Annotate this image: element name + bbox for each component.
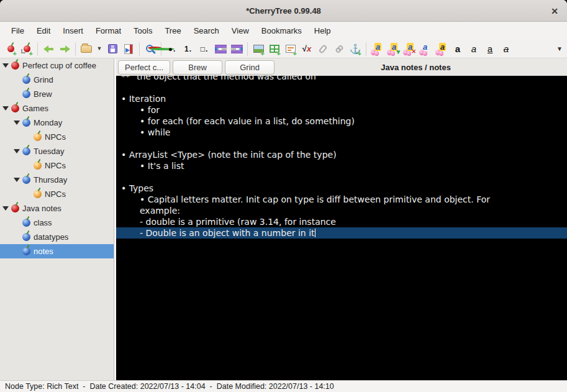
format-letter-icon: a — [423, 43, 427, 51]
bold-button[interactable]: a — [450, 41, 466, 57]
underline-button[interactable]: a — [482, 41, 498, 57]
menubar: File Edit Insert Format Tools Tree Searc… — [0, 22, 567, 40]
tree-node-games[interactable]: Games — [0, 101, 114, 116]
expander-icon[interactable] — [2, 63, 9, 68]
attach-file-button[interactable] — [315, 41, 331, 57]
expander-spacer — [14, 78, 20, 82]
expander-spacer — [14, 235, 20, 239]
tree-node-monday[interactable]: Monday — [0, 116, 114, 130]
insert-codebox-button[interactable]: + — [283, 41, 299, 57]
cherry-blue-icon — [22, 76, 30, 84]
menu-insert[interactable]: Insert — [57, 24, 89, 38]
editor-line-current[interactable]: - Double is an object with a number in i… — [116, 227, 567, 239]
foreground-color-button[interactable]: a — [417, 41, 433, 57]
close-icon[interactable]: ✕ — [548, 4, 561, 18]
bulleted-list-button[interactable]: ●. — [164, 41, 180, 57]
expander-icon[interactable] — [14, 178, 20, 182]
editor-line[interactable]: • for each (for each value in a list, do… — [116, 116, 567, 127]
menu-view[interactable]: View — [225, 24, 255, 38]
cherry-red-icon — [11, 204, 19, 212]
tree-node-tuesday[interactable]: Tuesday — [0, 144, 114, 158]
go-forward-button[interactable] — [57, 41, 73, 57]
tree-node-datatypes[interactable]: datatypes — [0, 230, 114, 244]
tree-node-thursday[interactable]: Thursday — [0, 173, 114, 187]
tree-node-notes-selected[interactable]: notes — [0, 244, 114, 258]
strikethrough-icon: a — [504, 43, 509, 54]
apply-latest-format-button[interactable]: a — [369, 41, 385, 57]
plus-icon: + — [358, 51, 361, 57]
todo-list-button[interactable]: □. — [196, 41, 212, 57]
rich-text-editor[interactable]: ** "the object that the method was calle… — [116, 76, 567, 380]
menu-tree[interactable]: Tree — [158, 24, 187, 38]
editor-line[interactable]: - double is a primitive (raw 3.14, for i… — [116, 216, 567, 227]
strikethrough-button[interactable]: a — [498, 41, 514, 57]
format-text-button[interactable]: a▾ — [385, 41, 401, 57]
go-back-button[interactable] — [40, 41, 57, 57]
menu-bookmarks[interactable]: Bookmarks — [255, 24, 308, 38]
expander-spacer — [25, 192, 32, 196]
italic-button[interactable]: a — [466, 41, 482, 57]
node-button-grind[interactable]: Grind — [225, 60, 274, 75]
editor-line[interactable]: example: — [116, 205, 567, 216]
expander-icon[interactable] — [14, 149, 20, 153]
editor-line[interactable]: • while — [116, 127, 567, 138]
background-color-button[interactable]: a — [433, 41, 450, 57]
new-subnode-button[interactable]: + — [19, 41, 35, 57]
recent-docs-dropdown[interactable]: ▼ — [94, 41, 104, 57]
bookmark-button-strip: Perfect c... Brew Grind Java notes / not… — [116, 58, 567, 76]
editor-line[interactable]: • Iteration — [116, 93, 567, 104]
insert-image-button[interactable]: + — [250, 41, 266, 57]
tree-node-npcs[interactable]: NPCs — [0, 158, 114, 173]
remove-format-button[interactable]: a✕ — [401, 41, 417, 57]
tree-node-npcs[interactable]: NPCs — [0, 187, 114, 201]
menu-search[interactable]: Search — [188, 24, 225, 38]
editor-line[interactable]: • for — [116, 104, 567, 116]
editor-line[interactable]: • Types — [116, 183, 567, 194]
expander-icon[interactable] — [14, 121, 20, 125]
save-as-button[interactable] — [120, 41, 137, 57]
new-node-button[interactable]: + — [2, 41, 19, 57]
node-button-perfect-cup[interactable]: Perfect c... — [118, 60, 170, 75]
save-button[interactable] — [104, 41, 120, 57]
tree-sidebar[interactable]: Perfect cup of coffee Grind Brew Games M… — [0, 58, 114, 380]
tree-node-npcs[interactable]: NPCs — [0, 130, 114, 144]
insert-link-button[interactable] — [331, 41, 347, 57]
todo-list-icon: □. — [201, 45, 209, 53]
tree-node-class[interactable]: class — [0, 216, 114, 230]
expander-icon[interactable] — [2, 206, 9, 211]
insert-table-button[interactable]: + — [266, 41, 283, 57]
editor-line[interactable]: • ArrayList <Type> (note the init cap of… — [116, 149, 567, 160]
text-cursor — [315, 229, 315, 237]
tree-node-perfect-cup-of-coffee[interactable]: Perfect cup of coffee — [0, 58, 114, 73]
numbered-list-button[interactable]: 1. — [180, 41, 196, 57]
open-file-button[interactable] — [78, 41, 94, 57]
menu-help[interactable]: Help — [308, 24, 337, 38]
editor-line[interactable] — [116, 138, 567, 149]
indent-button[interactable] — [212, 41, 229, 57]
tree-node-grind[interactable]: Grind — [0, 73, 114, 87]
tree-node-java-notes[interactable]: Java notes — [0, 201, 114, 216]
expander-icon[interactable] — [2, 106, 9, 111]
menu-file[interactable]: File — [5, 24, 30, 38]
node-button-brew[interactable]: Brew — [173, 60, 222, 75]
cherry-blue-icon — [22, 176, 30, 184]
toolbar: + + ▼ ●. 1. □. + + + √x ⚓+ a a▾ a✕ a a a… — [0, 40, 567, 58]
floppy-icon — [108, 44, 117, 53]
format-letter-icon: a — [374, 43, 381, 51]
insert-anchor-button[interactable]: ⚓+ — [347, 41, 363, 57]
editor-line[interactable]: ** "the object that the method was calle… — [116, 76, 567, 82]
unindent-button[interactable] — [229, 41, 245, 57]
toolbar-overflow-button[interactable]: ▼ — [555, 41, 565, 57]
tree-node-brew[interactable]: Brew — [0, 87, 114, 101]
editor-line[interactable] — [116, 82, 567, 93]
editor-line[interactable] — [116, 171, 567, 183]
find-button[interactable] — [142, 41, 158, 57]
editor-line[interactable]: • Capital letters matter. Init cap on ty… — [116, 194, 567, 205]
expander-spacer — [25, 163, 32, 168]
menu-tools[interactable]: Tools — [127, 24, 158, 38]
toolbar-separator — [247, 42, 248, 56]
menu-format[interactable]: Format — [89, 24, 127, 38]
insert-math-button[interactable]: √x — [299, 41, 315, 57]
menu-edit[interactable]: Edit — [30, 24, 57, 38]
editor-line[interactable]: • It's a list — [116, 160, 567, 171]
